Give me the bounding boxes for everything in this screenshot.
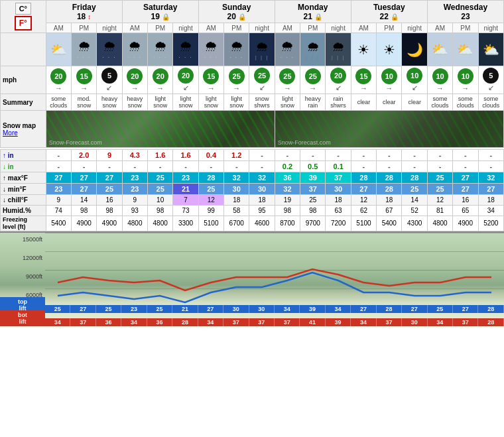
top-lift-row: 252725232521273030343934272827252728	[45, 305, 504, 313]
wind-4-1: 10 →	[377, 66, 402, 94]
day-header-wednesday: Wednesday 23	[427, 1, 503, 23]
humid-2-0: 99	[198, 206, 223, 216]
wind-2-1: 25 →	[224, 66, 249, 94]
period-wednesday-PM: PM	[453, 23, 478, 33]
rain-in-4-0: -	[351, 161, 376, 172]
period-wednesday-night: night	[478, 23, 503, 33]
mph-label: mph	[1, 66, 46, 94]
chill-label: ↓ chill°F	[1, 195, 46, 206]
wind-0-1: 15 →	[71, 66, 96, 94]
freeze-2-1: 6700	[224, 216, 249, 231]
summary-2-1: light snow	[224, 94, 249, 111]
snow-in-0-0: -	[46, 150, 71, 161]
wind-0-0: 20 →	[46, 66, 71, 94]
freeze-5-1: 4900	[453, 216, 478, 231]
humid-5-2: 34	[478, 206, 503, 216]
rain-in-2-1: -	[224, 161, 249, 172]
freeze-2-0: 5100	[198, 216, 223, 231]
freeze-5-2: 5200	[478, 216, 503, 231]
summary-2-2: snow shwrs	[249, 94, 275, 111]
period-monday-PM: PM	[300, 23, 326, 33]
snow-in-label: ↑ in	[1, 150, 46, 161]
humid-5-0: 81	[427, 206, 452, 216]
chill-4-2: 14	[402, 195, 427, 206]
top-lift-0: 25	[45, 305, 70, 313]
lock-icon: 🔒	[391, 13, 399, 21]
wind-1-2: 20 ↙	[173, 66, 198, 94]
unit-toggle[interactable]: C° F°	[1, 1, 46, 33]
chill-2-1: 18	[224, 195, 249, 206]
rain-in-4-2: -	[402, 161, 427, 172]
day-name: Tuesday	[373, 3, 405, 12]
top-lift-13: 28	[377, 305, 402, 313]
summary-1-1: light snow	[148, 94, 173, 111]
freeze-1-0: 4800	[122, 216, 147, 231]
snow-in-1-1: 1.6	[148, 150, 173, 161]
summary-0-1: mod. snow	[71, 94, 96, 111]
snow-map-more[interactable]: More	[3, 129, 18, 137]
freeze-0-1: 4900	[71, 216, 96, 231]
wind-1-1: 20 →	[148, 66, 173, 94]
temp-min-1-0: 23	[122, 184, 147, 195]
weather-icon-2-1: 🌨· · ·	[224, 33, 249, 66]
bot-lift-8: 37	[249, 318, 275, 326]
day-name: Wednesday	[444, 3, 487, 12]
weather-icon-2-0: 🌨· · ·	[198, 33, 223, 66]
wind-3-1: 25 →	[300, 66, 326, 94]
freeze-5-0: 4800	[427, 216, 452, 231]
temp-min-3-1: 37	[300, 184, 326, 195]
weather-icon-2-2: 🌧| | |	[249, 33, 275, 66]
weather-icon-3-2: 🌧| | |	[326, 33, 351, 66]
snow-in-4-2: -	[402, 150, 427, 161]
wind-3-2: 20 ↙	[326, 66, 351, 94]
weather-icon-1-0: 🌨· · ·	[122, 33, 147, 66]
humid-1-0: 93	[122, 206, 147, 216]
weather-icon-3-1: 🌧| | |	[300, 33, 326, 66]
humid-4-0: 62	[351, 206, 376, 216]
weather-icon-1-2: 🌨· · ·	[173, 33, 198, 66]
period-tuesday-PM: PM	[377, 23, 402, 33]
top-lift-3: 23	[121, 305, 147, 313]
fahrenheit-btn[interactable]: F°	[15, 16, 32, 31]
period-saturday-AM: AM	[122, 23, 147, 33]
day-name: Saturday	[143, 3, 177, 12]
period-wednesday-AM: AM	[427, 23, 452, 33]
wind-1-0: 20 →	[122, 66, 147, 94]
temp-min-2-2: 30	[249, 184, 275, 195]
snow-in-5-1: -	[453, 150, 478, 161]
wind-5-2: 5 ↙	[478, 66, 503, 94]
temp-max-3-0: 36	[275, 172, 300, 184]
snow-in-3-2: -	[326, 150, 351, 161]
summary-label: Summary	[1, 94, 46, 111]
snow-in-5-0: -	[427, 150, 452, 161]
freeze-4-2: 4300	[402, 216, 427, 231]
summary-1-0: heavy snow	[122, 94, 147, 111]
freeze-1-1: 4800	[148, 216, 173, 231]
rain-in-3-0: 0.2	[275, 161, 300, 172]
snow-in-1-2: 1.6	[173, 150, 198, 161]
celsius-btn[interactable]: C°	[15, 3, 31, 15]
rain-in-2-0: -	[198, 161, 223, 172]
summary-5-0: some clouds	[427, 94, 452, 111]
humid-4-1: 67	[377, 206, 402, 216]
humid-0-0: 74	[46, 206, 71, 216]
wind-3-0: 25 →	[275, 66, 300, 94]
rain-in-2-2: -	[249, 161, 275, 172]
snow-in-0-1: 2.0	[71, 150, 96, 161]
freeze-3-0: 8700	[275, 216, 300, 231]
temp-max-5-2: 32	[478, 172, 503, 184]
humid-5-1: 65	[453, 206, 478, 216]
summary-5-2: some clouds	[478, 94, 503, 111]
freeze-0-0: 5400	[46, 216, 71, 231]
wind-4-2: 10 ↙	[402, 66, 427, 94]
temp-max-5-1: 27	[453, 172, 478, 184]
freeze-label: Freezinglevel (ft)	[1, 216, 46, 231]
day-header-monday: Monday 21 🔒	[275, 1, 351, 23]
period-tuesday-night: night	[402, 23, 427, 33]
bot-lift-11: 39	[326, 318, 351, 326]
top-lift-12: 27	[351, 305, 376, 313]
summary-4-2: clear	[402, 94, 427, 111]
period-tuesday-AM: AM	[351, 23, 376, 33]
top-lift-14: 27	[402, 305, 427, 313]
weather-icon-4-2: 🌙	[402, 33, 427, 66]
